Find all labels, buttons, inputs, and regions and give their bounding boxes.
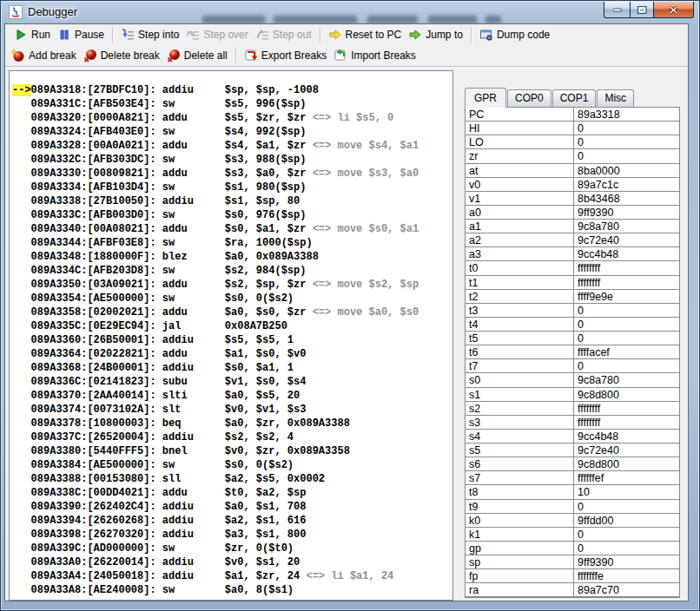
register-value[interactable]: 9c8d800 xyxy=(574,388,679,401)
disassembly-line[interactable]: 089A3330:[00809821]: addu $s3, $a0, $zr … xyxy=(12,167,452,181)
instruction-text: 089A3328:[00A0A021]: addu $s4, $a1, $zr xyxy=(31,140,307,152)
titlebar[interactable]: Debugger xyxy=(1,1,699,23)
disassembly-line[interactable]: 089A3334:[AFB103D4]: sw $s1, 980($sp) xyxy=(12,181,452,194)
disassembly-line[interactable]: -->089A3318:[27BDFC10]: addiu $sp, $sp, … xyxy=(12,83,452,97)
reset-to-pc-button[interactable]: Reset to PC xyxy=(325,26,406,43)
disassembly-line[interactable]: 089A3380:[5440FFF5]: bnel $v0, $zr, 0x08… xyxy=(12,444,452,458)
maximize-button[interactable] xyxy=(630,2,654,18)
register-value[interactable]: 9ff9390 xyxy=(574,555,679,568)
disassembly-line[interactable]: 089A3368:[24B00001]: addiu $s0, $a1, 1 xyxy=(12,361,452,375)
disassembly-line[interactable]: 089A336C:[02141823]: subu $v1, $s0, $s4 xyxy=(12,375,452,389)
disassembly-line[interactable]: 089A3394:[26260268]: addiu $a2, $s1, 616 xyxy=(12,514,452,528)
tab-misc[interactable]: Misc xyxy=(597,89,634,107)
delete-all-button[interactable]: Delete all xyxy=(163,47,231,64)
register-value[interactable]: 0 xyxy=(574,500,679,513)
register-value[interactable]: 89a3318 xyxy=(574,108,679,121)
register-value[interactable]: 0 xyxy=(574,542,679,555)
register-value[interactable]: 0 xyxy=(574,122,679,135)
marker-spacer xyxy=(12,237,31,249)
disassembly-line[interactable]: 089A3374:[0073102A]: slt $v0, $v1, $s3 xyxy=(12,403,452,417)
disassembly-line[interactable]: 089A3398:[26270320]: addiu $a3, $s1, 800 xyxy=(12,528,452,542)
export-breaks-button[interactable]: Export Breaks xyxy=(241,47,330,64)
register-value[interactable]: 0 xyxy=(574,318,679,331)
register-value[interactable]: 0 xyxy=(574,135,679,148)
disassembly-line[interactable]: 089A3360:[26B50001]: addiu $s5, $s5, 1 xyxy=(12,333,452,347)
disassembly-line[interactable]: 089A3328:[00A0A021]: addu $s4, $a1, $zr … xyxy=(12,139,452,153)
tab-cop0[interactable]: COP0 xyxy=(507,89,551,107)
disassembly-line[interactable]: 089A3378:[10800003]: beq $a0, $zr, 0x089… xyxy=(12,417,452,430)
register-value[interactable]: 0 xyxy=(574,528,679,541)
register-value[interactable]: 0 xyxy=(574,304,679,317)
disassembly-line[interactable]: 089A33A4:[24050018]: addiu $a1, $zr, 24 … xyxy=(12,569,452,583)
disassembly-line[interactable]: 089A33A0:[26220014]: addiu $v0, $s1, 20 xyxy=(12,555,452,569)
register-value[interactable]: 89a7c70 xyxy=(574,583,679,596)
disassembly-line[interactable]: 089A338C:[00DD4021]: addu $t0, $a2, $sp xyxy=(12,486,452,500)
add-break-button[interactable]: Add break xyxy=(8,47,80,64)
register-value[interactable]: 9ff9390 xyxy=(574,206,679,219)
disassembly-line[interactable]: 089A3384:[AE500000]: sw $s0, 0($s2) xyxy=(12,458,452,472)
disassembly-line[interactable]: 089A335C:[0E29EC94]: jal 0x08A7B250 xyxy=(12,319,452,333)
disassembly-line[interactable]: 089A3390:[262402C4]: addiu $a0, $s1, 708 xyxy=(12,500,452,514)
register-value[interactable]: 9c8d800 xyxy=(574,457,679,470)
disassembly-line[interactable]: 089A3388:[00153080]: sll $a2, $s5, 0x000… xyxy=(12,472,452,486)
dump-code-button[interactable]: Dump code xyxy=(476,26,553,43)
register-value[interactable]: ffffffff xyxy=(574,261,679,274)
disassembly-line[interactable]: 089A332C:[AFB303DC]: sw $s3, 988($sp) xyxy=(12,153,452,167)
register-value[interactable]: 9c8a780 xyxy=(574,220,679,233)
disassembly-line[interactable]: 089A3320:[0000A821]: addu $s5, $zr, $zr … xyxy=(12,111,452,125)
pause-button[interactable]: Pause xyxy=(54,26,108,43)
marker-spacer xyxy=(12,529,31,541)
register-value[interactable]: ffffffef xyxy=(574,471,679,484)
disassembly-line[interactable]: 089A3364:[02022821]: addu $a1, $s0, $v0 xyxy=(12,347,452,361)
register-row: t70 xyxy=(466,359,679,373)
disassembly-line[interactable]: 089A33A8:[AE240008]: sw $a0, 8($s1) xyxy=(12,583,452,597)
register-value[interactable]: 9c72e40 xyxy=(574,233,679,246)
register-value[interactable]: 9c72e40 xyxy=(574,443,679,457)
disassembly-line[interactable]: 089A333C:[AFB003D0]: sw $s0, 976($sp) xyxy=(12,208,452,222)
register-row: PC89a3318 xyxy=(466,108,679,122)
import-breaks-button[interactable]: Import Breaks xyxy=(330,47,419,64)
minimize-button[interactable] xyxy=(604,2,630,18)
delete-break-button[interactable]: Delete break xyxy=(80,47,163,64)
close-button[interactable] xyxy=(654,2,694,18)
register-value[interactable]: 0 xyxy=(574,359,679,372)
tab-gpr[interactable]: GPR xyxy=(465,88,506,108)
register-row: v18b43468 xyxy=(466,192,679,206)
disassembly-line[interactable]: 089A3344:[AFBF03E8]: sw $ra, 1000($sp) xyxy=(12,236,452,250)
register-value[interactable]: ffffffff xyxy=(574,402,679,415)
disassembly-panel[interactable]: -->089A3318:[27BDFC10]: addiu $sp, $sp, … xyxy=(9,70,453,601)
disassembly-line[interactable]: 089A3340:[00A08021]: addu $s0, $a1, $zr … xyxy=(12,222,452,236)
disassembly-line[interactable]: 089A337C:[26520004]: addiu $s2, $s2, 4 xyxy=(12,430,452,444)
register-value[interactable]: ffffacef xyxy=(574,345,679,358)
register-value[interactable]: ffffffff xyxy=(574,276,679,289)
register-value[interactable]: fffffffe xyxy=(574,569,679,582)
register-value[interactable]: 9cc4b48 xyxy=(574,430,679,443)
register-value[interactable]: 8ba0000 xyxy=(574,164,679,177)
register-value[interactable]: 89a7c1c xyxy=(574,178,679,191)
tab-cop1[interactable]: COP1 xyxy=(552,89,597,107)
step-into-button[interactable]: Step into xyxy=(117,26,182,43)
disassembly-line[interactable]: 089A3354:[AE500000]: sw $s0, 0($s2) xyxy=(12,292,452,306)
register-value[interactable]: 9ffdd00 xyxy=(574,514,679,527)
disassembly-line[interactable]: 089A3358:[02002021]: addu $a0, $s0, $zr … xyxy=(12,306,452,319)
step-into-label: Step into xyxy=(138,29,179,41)
register-value[interactable]: 10 xyxy=(574,485,679,498)
disassembly-line[interactable]: 089A331C:[AFB503E4]: sw $s5, 996($sp) xyxy=(12,97,452,111)
disassembly-line[interactable]: 089A3324:[AFB403E0]: sw $s4, 992($sp) xyxy=(12,125,452,139)
register-value[interactable]: 8b43468 xyxy=(574,192,679,205)
register-value[interactable]: 0 xyxy=(574,149,679,162)
disassembly-line[interactable]: 089A3350:[03A09021]: addu $s2, $sp, $zr … xyxy=(12,278,452,292)
register-value[interactable]: ffffffff xyxy=(574,416,679,429)
disassembly-line[interactable]: 089A334C:[AFB203D8]: sw $s2, 984($sp) xyxy=(12,264,452,278)
disassembly-line[interactable]: 089A3338:[27B10050]: addiu $s1, $sp, 80 xyxy=(12,194,452,208)
register-value[interactable]: 9c8a780 xyxy=(574,373,679,386)
register-row: t40 xyxy=(466,318,679,332)
register-value[interactable]: ffff9e9e xyxy=(574,290,679,303)
run-button[interactable]: Run xyxy=(10,26,54,43)
disassembly-line[interactable]: 089A339C:[AD000000]: sw $zr, 0($t0) xyxy=(12,542,452,555)
register-value[interactable]: 9cc4b48 xyxy=(574,247,679,260)
register-value[interactable]: 0 xyxy=(574,332,679,345)
disassembly-line[interactable]: 089A3370:[2AA40014]: slti $a0, $s5, 20 xyxy=(12,389,452,403)
jump-to-button[interactable]: Jump to xyxy=(405,26,466,43)
disassembly-line[interactable]: 089A3348:[1880000F]: blez $a0, 0x089A338… xyxy=(12,250,452,264)
